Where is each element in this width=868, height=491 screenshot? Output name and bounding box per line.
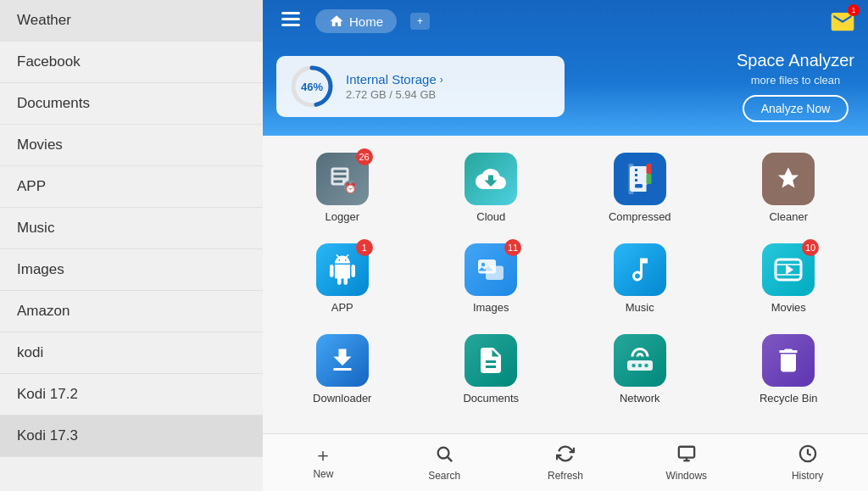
topbar: Home + 1 46%: [263, 0, 868, 136]
app-label-cloud: Cloud: [476, 210, 505, 223]
storage-arrow-icon: ›: [440, 74, 443, 86]
app-item-images[interactable]: 11Images: [420, 237, 563, 321]
app-icon-wrap-recycle: [762, 334, 815, 387]
history-icon: [798, 444, 817, 466]
app-item-recycle[interactable]: Recycle Bin: [718, 327, 860, 411]
app-item-logger[interactable]: ⏰26Logger: [271, 146, 414, 230]
app-label-network: Network: [620, 392, 660, 405]
app-label-logger: Logger: [326, 210, 359, 223]
refresh-label: Refresh: [548, 470, 583, 482]
history-button[interactable]: History: [747, 434, 868, 491]
app-icon-wrap-music: [614, 243, 666, 296]
svg-rect-0: [281, 12, 300, 14]
app-icon-wrap-cloud: [465, 153, 517, 205]
svg-rect-16: [635, 184, 643, 188]
sidebar-item-movies[interactable]: Movies: [0, 125, 263, 166]
sidebar-item-kodi[interactable]: kodi: [0, 332, 263, 374]
app-icon-music: [614, 243, 666, 296]
app-icon-wrap-network: [614, 334, 666, 387]
home-tab[interactable]: Home: [315, 9, 397, 33]
space-analyzer: Space Analyzer more files to clean Analy…: [737, 51, 854, 122]
app-label-documents: Documents: [463, 392, 519, 405]
app-item-documents[interactable]: Documents: [420, 327, 563, 411]
app-icon-wrap-compressed: [614, 153, 666, 205]
main-content: Home + 1 46%: [263, 0, 868, 491]
sidebar-item-kodi-17.2[interactable]: Kodi 17.2: [0, 374, 263, 416]
sidebar-item-facebook[interactable]: Facebook: [0, 42, 263, 83]
app-icon-wrap-cleaner: [762, 153, 815, 205]
storage-progress-circle: 46%: [290, 64, 334, 109]
app-item-movies[interactable]: 10Movies: [718, 237, 860, 321]
storage-size: 2.72 GB / 5.94 GB: [346, 88, 443, 101]
sidebar: WeatherFacebookDocumentsMoviesAPPMusicIm…: [0, 0, 263, 491]
mail-badge: 1: [848, 4, 860, 16]
app-icon-wrap-documents: [465, 334, 517, 387]
refresh-button[interactable]: Refresh: [505, 434, 626, 491]
app-icon-cloud: [465, 153, 517, 205]
app-label-cleaner: Cleaner: [769, 210, 808, 223]
app-label-images: Images: [473, 301, 509, 314]
app-item-network[interactable]: Network: [569, 327, 711, 411]
app-item-compressed[interactable]: Compressed: [569, 146, 711, 230]
search-icon: [435, 444, 453, 466]
app-badge-movies: 10: [802, 239, 819, 256]
search-button[interactable]: Search: [384, 434, 505, 491]
new-label: New: [313, 468, 333, 480]
svg-rect-19: [646, 174, 651, 184]
app-icon-recycle: [762, 334, 815, 387]
svg-rect-8: [333, 176, 346, 178]
app-item-downloader[interactable]: Downloader: [271, 327, 414, 411]
sidebar-item-music[interactable]: Music: [0, 208, 263, 249]
analyze-now-button[interactable]: Analyze Now: [743, 95, 849, 122]
svg-rect-2: [281, 24, 300, 26]
app-item-cleaner[interactable]: Cleaner: [718, 146, 860, 230]
app-icon-wrap-downloader: [316, 334, 369, 387]
nav-row: Home + 1: [263, 0, 868, 42]
svg-rect-20: [646, 184, 651, 194]
windows-icon: [677, 444, 696, 466]
app-item-music[interactable]: Music: [569, 237, 711, 321]
svg-rect-15: [635, 179, 637, 181]
app-label-app: APP: [331, 301, 353, 314]
app-icon-documents: [465, 334, 517, 387]
apps-grid: ⏰26LoggerCloudCompressedCleaner1APP11Ima…: [271, 146, 860, 420]
app-icon-network: [614, 334, 666, 387]
app-icon-wrap-images: 11: [465, 243, 517, 296]
svg-rect-18: [646, 164, 651, 174]
history-label: History: [792, 470, 823, 482]
refresh-icon: [556, 444, 575, 466]
windows-button[interactable]: Windows: [626, 434, 747, 491]
home-tab-label: Home: [349, 14, 383, 29]
sidebar-item-app[interactable]: APP: [0, 166, 263, 208]
sidebar-item-documents[interactable]: Documents: [0, 83, 263, 125]
app-icon-cleaner: [762, 153, 815, 205]
svg-text:⏰: ⏰: [343, 181, 356, 194]
app-label-movies: Movies: [771, 301, 806, 314]
app-badge-app: 1: [356, 239, 373, 256]
app-item-cloud[interactable]: Cloud: [420, 146, 563, 230]
app-badge-logger: 26: [356, 148, 373, 165]
svg-marker-24: [786, 265, 793, 275]
app-icon-wrap-logger: ⏰26: [316, 153, 369, 205]
app-label-downloader: Downloader: [313, 392, 371, 405]
storage-card[interactable]: 46% Internal Storage › 2.72 GB / 5.94 GB: [276, 56, 565, 117]
svg-point-22: [481, 263, 486, 267]
tab-add-button[interactable]: +: [410, 13, 430, 30]
space-analyzer-subtitle: more files to clean: [737, 74, 854, 86]
app-label-compressed: Compressed: [609, 210, 671, 223]
svg-rect-1: [281, 18, 300, 20]
app-badge-images: 11: [504, 239, 521, 256]
mail-icon[interactable]: 1: [829, 8, 856, 35]
svg-text:46%: 46%: [301, 81, 323, 93]
svg-point-30: [638, 364, 643, 368]
sidebar-item-weather[interactable]: Weather: [0, 0, 263, 42]
sidebar-item-kodi-17.3[interactable]: Kodi 17.3: [0, 416, 263, 457]
app-icon-downloader: [316, 334, 369, 387]
sidebar-item-images[interactable]: Images: [0, 249, 263, 291]
app-item-app[interactable]: 1APP: [271, 237, 414, 321]
svg-rect-9: [333, 181, 342, 183]
hamburger-button[interactable]: [275, 7, 307, 36]
new-button[interactable]: ＋ New: [263, 434, 384, 491]
storage-title: Internal Storage ›: [346, 72, 443, 86]
sidebar-item-amazon[interactable]: Amazon: [0, 291, 263, 332]
